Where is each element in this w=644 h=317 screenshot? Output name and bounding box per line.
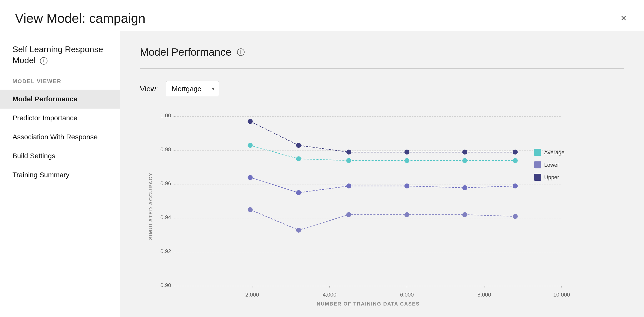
modal-body: Self Learning Response Model i MODEL VIE… [0,31,644,317]
svg-point-34 [404,150,410,155]
view-select[interactable]: Mortgage Campaign Overall [166,81,219,96]
chart-inner: 0.90 0.92 0.94 0.96 0.98 1.00 [145,111,619,306]
svg-point-39 [346,158,351,163]
svg-point-47 [462,185,468,190]
svg-text:10,000: 10,000 [553,292,570,298]
svg-text:0.90: 0.90 [160,282,171,288]
svg-text:Lower: Lower [544,162,559,168]
svg-point-40 [404,158,410,163]
svg-text:0.96: 0.96 [160,180,171,186]
view-select-wrapper: Mortgage Campaign Overall [166,81,219,96]
main-content: Model Performance i View: Mortgage Campa… [120,31,644,317]
svg-point-44 [296,190,301,195]
svg-text:0.98: 0.98 [160,146,171,153]
performance-chart: 0.90 0.92 0.94 0.96 0.98 1.00 [145,111,619,306]
svg-rect-55 [534,149,541,156]
svg-point-46 [404,183,410,188]
sidebar-nav: Model Performance Predictor Importance A… [0,90,120,184]
sidebar: Self Learning Response Model i MODEL VIE… [0,31,120,317]
svg-point-51 [346,212,351,217]
svg-point-53 [462,212,468,217]
view-row: View: Mortgage Campaign Overall [140,81,624,96]
svg-point-33 [346,150,351,155]
svg-text:2,000: 2,000 [245,292,259,298]
svg-point-36 [512,150,518,155]
svg-point-48 [512,183,518,188]
svg-point-38 [296,156,301,161]
model-info-icon[interactable]: i [40,57,48,65]
svg-point-45 [346,183,351,188]
section-divider [140,68,624,69]
svg-text:Average: Average [544,149,564,156]
svg-point-52 [404,212,410,217]
svg-point-37 [248,143,253,148]
sidebar-item-model-performance[interactable]: Model Performance [0,90,120,109]
chart-area: 0.90 0.92 0.94 0.96 0.98 1.00 [140,106,624,311]
svg-point-50 [296,228,301,233]
svg-point-31 [248,119,253,124]
modal-container: View Model: campaign × Self Learning Res… [0,0,644,317]
svg-text:SIMULATED ACCURACY: SIMULATED ACCURACY [148,172,154,240]
sidebar-item-training-summary[interactable]: Training Summary [0,165,120,184]
view-label: View: [140,85,158,93]
svg-point-54 [512,214,518,219]
svg-rect-59 [534,174,541,181]
sidebar-item-predictor-importance[interactable]: Predictor Importance [0,109,120,128]
svg-text:0.94: 0.94 [160,214,171,220]
svg-text:4,000: 4,000 [323,292,336,298]
close-button[interactable]: × [618,10,629,26]
svg-point-32 [296,143,301,148]
sidebar-item-association-with-response[interactable]: Association With Response [0,128,120,147]
svg-text:8,000: 8,000 [478,292,491,298]
svg-text:0.92: 0.92 [160,248,171,254]
modal-header: View Model: campaign × [0,0,644,31]
svg-point-43 [248,175,253,180]
svg-point-49 [248,207,253,212]
svg-rect-0 [175,116,562,286]
section-info-icon[interactable]: i [237,48,244,56]
section-title: Model Performance i [140,46,624,58]
svg-text:6,000: 6,000 [400,292,414,298]
svg-point-41 [462,158,468,163]
svg-point-42 [512,158,518,163]
sidebar-item-build-settings[interactable]: Build Settings [0,147,120,165]
sidebar-model-name: Self Learning Response Model i [0,44,120,78]
svg-text:Upper: Upper [544,174,559,180]
modal-title: View Model: campaign [15,11,146,26]
svg-rect-57 [534,161,541,168]
svg-point-35 [462,150,468,155]
sidebar-section-label: MODEL VIEWER [0,78,120,90]
svg-text:NUMBER OF TRAINING DATA CASES: NUMBER OF TRAINING DATA CASES [317,301,420,306]
svg-text:1.00: 1.00 [160,112,171,119]
